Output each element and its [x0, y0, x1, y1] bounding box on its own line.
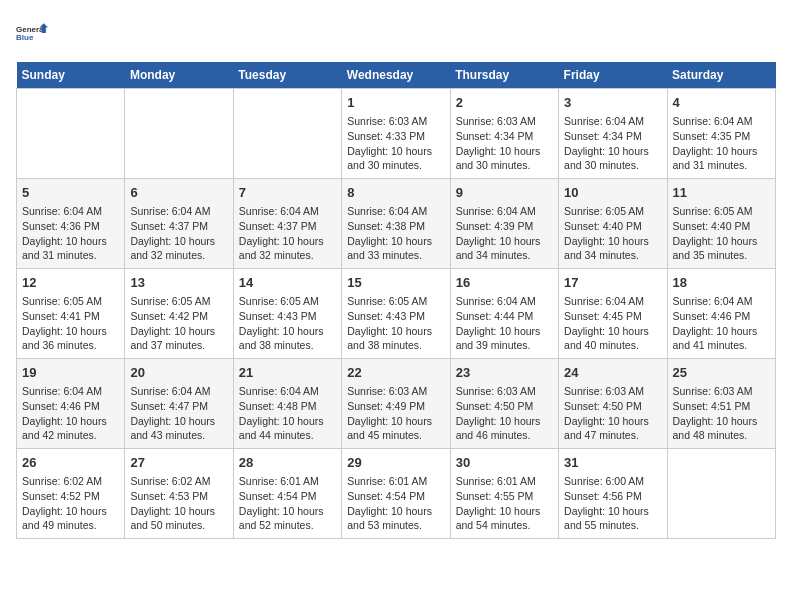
day-number: 26 [22, 454, 119, 472]
day-info: Sunset: 4:39 PM [456, 219, 553, 234]
day-number: 25 [673, 364, 770, 382]
day-info: Sunrise: 6:05 AM [564, 204, 661, 219]
calendar-cell: 20Sunrise: 6:04 AMSunset: 4:47 PMDayligh… [125, 359, 233, 449]
day-info: Sunrise: 6:04 AM [564, 114, 661, 129]
day-number: 28 [239, 454, 336, 472]
day-info: Sunrise: 6:01 AM [239, 474, 336, 489]
day-info: Sunset: 4:43 PM [347, 309, 444, 324]
day-info: Daylight: 10 hours and 54 minutes. [456, 504, 553, 533]
day-info: Daylight: 10 hours and 30 minutes. [347, 144, 444, 173]
day-info: Sunset: 4:54 PM [239, 489, 336, 504]
day-info: Sunrise: 6:05 AM [22, 294, 119, 309]
day-info: Daylight: 10 hours and 52 minutes. [239, 504, 336, 533]
day-header-saturday: Saturday [667, 62, 775, 89]
day-info: Daylight: 10 hours and 55 minutes. [564, 504, 661, 533]
day-info: Sunset: 4:48 PM [239, 399, 336, 414]
calendar-cell: 1Sunrise: 6:03 AMSunset: 4:33 PMDaylight… [342, 89, 450, 179]
day-info: Sunset: 4:50 PM [456, 399, 553, 414]
day-info: Sunset: 4:38 PM [347, 219, 444, 234]
day-info: Daylight: 10 hours and 36 minutes. [22, 324, 119, 353]
day-number: 20 [130, 364, 227, 382]
calendar-cell: 11Sunrise: 6:05 AMSunset: 4:40 PMDayligh… [667, 179, 775, 269]
day-number: 23 [456, 364, 553, 382]
day-number: 11 [673, 184, 770, 202]
day-info: Daylight: 10 hours and 38 minutes. [239, 324, 336, 353]
day-info: Sunset: 4:56 PM [564, 489, 661, 504]
day-info: Sunrise: 6:02 AM [22, 474, 119, 489]
day-info: Sunrise: 6:03 AM [673, 384, 770, 399]
calendar-cell: 28Sunrise: 6:01 AMSunset: 4:54 PMDayligh… [233, 449, 341, 539]
calendar-cell: 5Sunrise: 6:04 AMSunset: 4:36 PMDaylight… [17, 179, 125, 269]
day-info: Sunset: 4:42 PM [130, 309, 227, 324]
day-number: 18 [673, 274, 770, 292]
calendar-cell: 27Sunrise: 6:02 AMSunset: 4:53 PMDayligh… [125, 449, 233, 539]
week-row-2: 5Sunrise: 6:04 AMSunset: 4:36 PMDaylight… [17, 179, 776, 269]
day-info: Sunset: 4:35 PM [673, 129, 770, 144]
calendar-cell: 9Sunrise: 6:04 AMSunset: 4:39 PMDaylight… [450, 179, 558, 269]
day-number: 9 [456, 184, 553, 202]
day-info: Daylight: 10 hours and 39 minutes. [456, 324, 553, 353]
day-info: Daylight: 10 hours and 47 minutes. [564, 414, 661, 443]
day-number: 13 [130, 274, 227, 292]
day-info: Sunset: 4:37 PM [239, 219, 336, 234]
day-info: Sunset: 4:41 PM [22, 309, 119, 324]
day-number: 8 [347, 184, 444, 202]
day-number: 21 [239, 364, 336, 382]
calendar-cell [233, 89, 341, 179]
day-info: Sunset: 4:36 PM [22, 219, 119, 234]
day-info: Sunset: 4:34 PM [456, 129, 553, 144]
day-info: Daylight: 10 hours and 30 minutes. [456, 144, 553, 173]
day-info: Sunset: 4:46 PM [673, 309, 770, 324]
week-row-4: 19Sunrise: 6:04 AMSunset: 4:46 PMDayligh… [17, 359, 776, 449]
week-row-5: 26Sunrise: 6:02 AMSunset: 4:52 PMDayligh… [17, 449, 776, 539]
calendar-cell: 6Sunrise: 6:04 AMSunset: 4:37 PMDaylight… [125, 179, 233, 269]
day-info: Sunrise: 6:04 AM [456, 294, 553, 309]
day-info: Sunset: 4:51 PM [673, 399, 770, 414]
day-info: Daylight: 10 hours and 34 minutes. [456, 234, 553, 263]
calendar-cell: 26Sunrise: 6:02 AMSunset: 4:52 PMDayligh… [17, 449, 125, 539]
week-row-1: 1Sunrise: 6:03 AMSunset: 4:33 PMDaylight… [17, 89, 776, 179]
day-header-thursday: Thursday [450, 62, 558, 89]
calendar-cell: 21Sunrise: 6:04 AMSunset: 4:48 PMDayligh… [233, 359, 341, 449]
calendar-cell: 12Sunrise: 6:05 AMSunset: 4:41 PMDayligh… [17, 269, 125, 359]
calendar-cell: 14Sunrise: 6:05 AMSunset: 4:43 PMDayligh… [233, 269, 341, 359]
day-info: Sunset: 4:40 PM [564, 219, 661, 234]
day-info: Sunrise: 6:03 AM [456, 384, 553, 399]
day-info: Sunrise: 6:04 AM [239, 384, 336, 399]
day-info: Sunset: 4:44 PM [456, 309, 553, 324]
day-info: Sunset: 4:33 PM [347, 129, 444, 144]
logo: General Blue [16, 16, 48, 52]
day-info: Daylight: 10 hours and 31 minutes. [673, 144, 770, 173]
day-info: Daylight: 10 hours and 53 minutes. [347, 504, 444, 533]
day-info: Sunrise: 6:01 AM [347, 474, 444, 489]
calendar-cell: 30Sunrise: 6:01 AMSunset: 4:55 PMDayligh… [450, 449, 558, 539]
day-info: Sunrise: 6:04 AM [673, 114, 770, 129]
calendar-table: SundayMondayTuesdayWednesdayThursdayFrid… [16, 62, 776, 539]
day-info: Sunrise: 6:01 AM [456, 474, 553, 489]
calendar-cell: 25Sunrise: 6:03 AMSunset: 4:51 PMDayligh… [667, 359, 775, 449]
calendar-cell: 13Sunrise: 6:05 AMSunset: 4:42 PMDayligh… [125, 269, 233, 359]
day-number: 14 [239, 274, 336, 292]
day-info: Daylight: 10 hours and 33 minutes. [347, 234, 444, 263]
day-info: Daylight: 10 hours and 43 minutes. [130, 414, 227, 443]
day-info: Daylight: 10 hours and 32 minutes. [239, 234, 336, 263]
day-info: Sunrise: 6:04 AM [22, 384, 119, 399]
day-number: 2 [456, 94, 553, 112]
day-info: Sunset: 4:50 PM [564, 399, 661, 414]
calendar-cell [125, 89, 233, 179]
day-number: 31 [564, 454, 661, 472]
day-info: Sunset: 4:55 PM [456, 489, 553, 504]
calendar-cell: 10Sunrise: 6:05 AMSunset: 4:40 PMDayligh… [559, 179, 667, 269]
day-info: Daylight: 10 hours and 38 minutes. [347, 324, 444, 353]
day-info: Sunrise: 6:04 AM [239, 204, 336, 219]
day-number: 15 [347, 274, 444, 292]
day-info: Sunrise: 6:04 AM [22, 204, 119, 219]
day-info: Daylight: 10 hours and 44 minutes. [239, 414, 336, 443]
day-number: 29 [347, 454, 444, 472]
day-number: 5 [22, 184, 119, 202]
day-info: Sunrise: 6:04 AM [456, 204, 553, 219]
day-info: Sunrise: 6:04 AM [564, 294, 661, 309]
day-info: Sunset: 4:54 PM [347, 489, 444, 504]
day-info: Sunrise: 6:03 AM [564, 384, 661, 399]
day-info: Sunrise: 6:03 AM [456, 114, 553, 129]
